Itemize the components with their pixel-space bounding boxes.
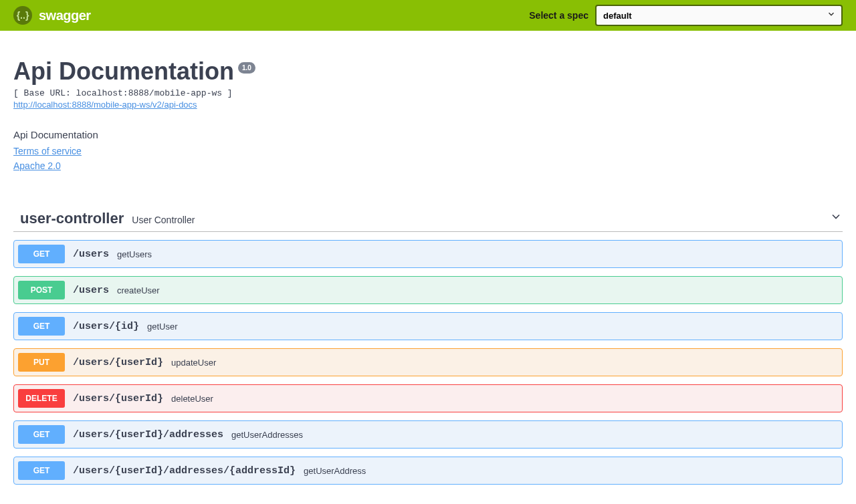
operation-summary: getUserAddress xyxy=(304,466,366,476)
operation-path: /users xyxy=(73,285,109,296)
logo[interactable]: {..} swagger xyxy=(13,6,91,25)
http-method-badge: GET xyxy=(18,461,65,480)
tag-name: user-controller xyxy=(13,210,124,227)
main-content: Api Documentation 1.0 [ Base URL: localh… xyxy=(0,31,856,504)
api-title: Api Documentation xyxy=(13,57,234,86)
base-url: [ Base URL: localhost:8888/mobile-app-ws… xyxy=(13,88,843,98)
http-method-badge: GET xyxy=(18,317,65,336)
operation-path: /users xyxy=(73,249,109,260)
operation-row[interactable]: GET/users/{id}getUser xyxy=(13,312,843,340)
operation-path: /users/{userId}/addresses xyxy=(73,429,223,440)
brand-text: swagger xyxy=(39,8,91,23)
operation-row[interactable]: GET/users/{userId}/addresses/{addressId}… xyxy=(13,457,843,485)
topbar: {..} swagger Select a spec default xyxy=(0,0,856,31)
operation-path: /users/{userId} xyxy=(73,393,163,404)
operation-path: /users/{id} xyxy=(73,321,139,332)
operation-summary: deleteUser xyxy=(171,394,213,404)
operation-summary: getUsers xyxy=(117,249,152,259)
operation-summary: createUser xyxy=(117,285,160,295)
operation-summary: getUser xyxy=(147,322,178,332)
operation-row[interactable]: POST/userscreateUser xyxy=(13,276,843,304)
operation-path: /users/{userId} xyxy=(73,357,163,368)
swagger-logo-icon: {..} xyxy=(13,6,32,25)
operation-row[interactable]: GET/users/{userId}/addressesgetUserAddre… xyxy=(13,420,843,449)
operation-row[interactable]: DELETE/users/{userId}deleteUser xyxy=(13,384,843,412)
spec-label: Select a spec xyxy=(529,10,588,21)
terms-of-service-link[interactable]: Terms of service xyxy=(13,146,843,156)
operations-list: GET/usersgetUsersPOST/userscreateUserGET… xyxy=(13,240,843,485)
version-badge: 1.0 xyxy=(238,62,255,74)
tag-section: user-controller User Controller GET/user… xyxy=(13,210,843,485)
api-description: Api Documentation xyxy=(13,129,843,140)
operation-path: /users/{userId}/addresses/{addressId} xyxy=(73,465,296,477)
http-method-badge: GET xyxy=(18,245,65,263)
http-method-badge: DELETE xyxy=(18,389,65,408)
operation-row[interactable]: PUT/users/{userId}updateUser xyxy=(13,348,843,376)
http-method-badge: GET xyxy=(18,425,65,444)
operation-summary: updateUser xyxy=(171,358,216,368)
http-method-badge: POST xyxy=(18,281,65,299)
tag-header[interactable]: user-controller User Controller xyxy=(13,210,843,232)
operation-row[interactable]: GET/usersgetUsers xyxy=(13,240,843,268)
spec-selector: Select a spec default xyxy=(529,5,843,26)
operation-summary: getUserAddresses xyxy=(231,430,303,440)
http-method-badge: PUT xyxy=(18,353,65,372)
api-docs-link[interactable]: http://localhost:8888/mobile-app-ws/v2/a… xyxy=(13,100,197,110)
chevron-down-icon xyxy=(829,210,843,226)
spec-select[interactable]: default xyxy=(595,5,843,26)
license-link[interactable]: Apache 2.0 xyxy=(13,160,843,171)
tag-description: User Controller xyxy=(132,215,195,225)
